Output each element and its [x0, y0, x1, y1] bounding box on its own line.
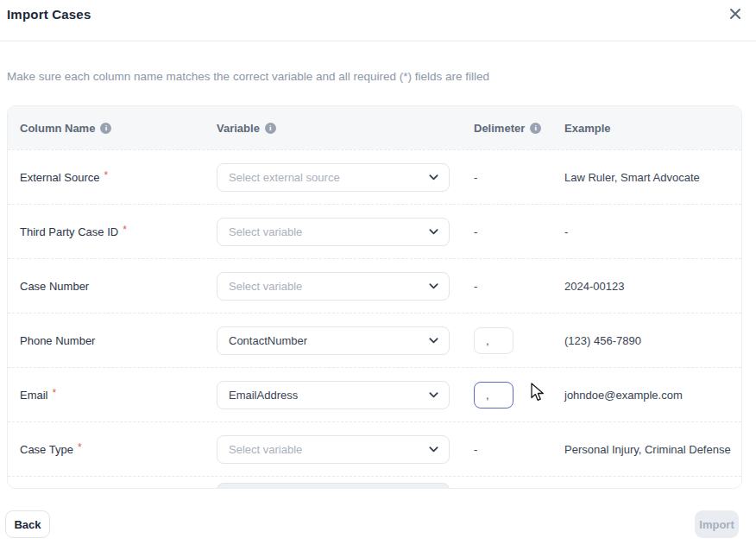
- variable-select-value: Select variable: [229, 225, 302, 238]
- column-header-example: Example: [564, 122, 729, 135]
- column-name-label: Phone Number: [20, 334, 95, 347]
- example-cell: -: [564, 225, 729, 238]
- variable-cell: Select variable: [217, 272, 474, 301]
- variable-select-value: Select variable: [229, 280, 302, 293]
- column-name-cell: Third Party Case ID*: [20, 224, 217, 239]
- delimiter-cell: -: [474, 224, 564, 239]
- chevron-down-icon: [428, 226, 439, 238]
- delimiter-cell: [474, 327, 564, 354]
- import-button[interactable]: Import: [695, 510, 739, 538]
- column-name-cell: Phone Number: [20, 332, 217, 348]
- delimiter-cell: -: [474, 278, 564, 294]
- column-name-label: Case Number: [20, 280, 89, 293]
- column-header-label: Example: [564, 122, 610, 135]
- table-row-partial: [8, 476, 741, 487]
- variable-cell: EmailAddress: [217, 381, 474, 409]
- variable-select[interactable]: Select variable: [217, 272, 450, 301]
- example-cell: johndoe@example.com: [564, 389, 729, 402]
- variable-cell: Select external source: [217, 163, 474, 192]
- info-icon[interactable]: i: [265, 123, 276, 134]
- required-asterisk: *: [78, 441, 82, 453]
- delimiter-cell: -: [474, 441, 564, 457]
- modal-header: Import Cases: [0, 0, 756, 41]
- variable-select-clipped[interactable]: [217, 483, 450, 489]
- variable-cell: Select variable: [217, 218, 474, 246]
- variable-cell: Select variable: [217, 435, 474, 464]
- table-row: Third Party Case ID*Select variable--: [8, 204, 741, 258]
- mapping-table: Column NameiVariableiDelimeteriExample E…: [7, 105, 742, 489]
- delimiter-input[interactable]: [474, 382, 513, 408]
- delimiter-dash: -: [474, 443, 477, 456]
- variable-select-value: EmailAddress: [229, 389, 298, 402]
- example-cell: Personal Injury, Criminal Defense: [564, 443, 731, 456]
- table-row: Email*EmailAddressjohndoe@example.com: [8, 367, 741, 421]
- required-asterisk: *: [53, 387, 57, 399]
- column-name-label: External Source: [20, 171, 100, 184]
- delimiter-dash: -: [474, 280, 477, 293]
- modal-title: Import Cases: [7, 7, 91, 22]
- column-header-delimeter: Delimeteri: [474, 122, 564, 135]
- example-cell: (123) 456-7890: [564, 334, 729, 347]
- close-button[interactable]: [725, 3, 746, 24]
- example-cell: Law Ruler, Smart Advocate: [564, 171, 729, 184]
- variable-select[interactable]: Select external source: [217, 163, 450, 192]
- delimiter-dash: -: [474, 171, 477, 184]
- required-asterisk: *: [104, 169, 109, 181]
- column-name-label: Case Type: [20, 443, 73, 456]
- variable-select-value: Select external source: [229, 171, 340, 184]
- delimiter-cell: [474, 382, 564, 408]
- column-name-cell: Case Number: [20, 278, 217, 294]
- info-icon[interactable]: i: [530, 123, 541, 134]
- table-row: External Source*Select external source-L…: [8, 149, 741, 204]
- variable-select[interactable]: EmailAddress: [217, 381, 450, 409]
- back-button[interactable]: Back: [5, 510, 50, 538]
- table-header-row: Column NameiVariableiDelimeteriExample: [8, 106, 741, 149]
- variable-select[interactable]: ContactNumber: [217, 326, 450, 355]
- column-header-label: Variable: [217, 122, 260, 135]
- column-name-cell: Email*: [20, 387, 217, 402]
- column-header-label: Delimeter: [474, 122, 525, 135]
- delimiter-cell: -: [474, 169, 564, 185]
- delimiter-dash: -: [474, 225, 477, 238]
- info-icon[interactable]: i: [100, 123, 111, 134]
- column-name-cell: Case Type*: [20, 441, 217, 457]
- table-row: Case NumberSelect variable-2024-00123: [8, 258, 741, 313]
- column-name-label: Email: [20, 389, 48, 402]
- modal-subtitle: Make sure each column name matches the c…: [7, 70, 489, 83]
- column-header-variable: Variablei: [217, 122, 474, 135]
- variable-cell: ContactNumber: [217, 326, 474, 355]
- column-name-cell: External Source*: [20, 169, 217, 185]
- chevron-down-icon: [428, 390, 439, 401]
- table-row: Phone NumberContactNumber(123) 456-7890: [8, 313, 741, 367]
- variable-select[interactable]: Select variable: [217, 435, 450, 464]
- delimiter-input[interactable]: [474, 327, 513, 354]
- column-header-label: Column Name: [20, 122, 95, 135]
- column-name-label: Third Party Case ID: [20, 225, 118, 238]
- import-cases-modal: Import Cases Make sure each column name …: [0, 0, 756, 551]
- variable-select[interactable]: Select variable: [217, 218, 450, 246]
- chevron-down-icon: [428, 281, 439, 292]
- example-cell: 2024-00123: [564, 280, 729, 293]
- variable-select-value: ContactNumber: [229, 334, 307, 347]
- chevron-down-icon: [428, 335, 439, 346]
- chevron-down-icon: [428, 172, 439, 183]
- x-icon: [728, 7, 742, 21]
- column-header-column-name: Column Namei: [20, 122, 217, 135]
- chevron-down-icon: [428, 444, 439, 455]
- variable-select-value: Select variable: [229, 443, 302, 456]
- required-asterisk: *: [123, 224, 127, 236]
- table-row: Case Type*Select variable-Personal Injur…: [8, 421, 741, 476]
